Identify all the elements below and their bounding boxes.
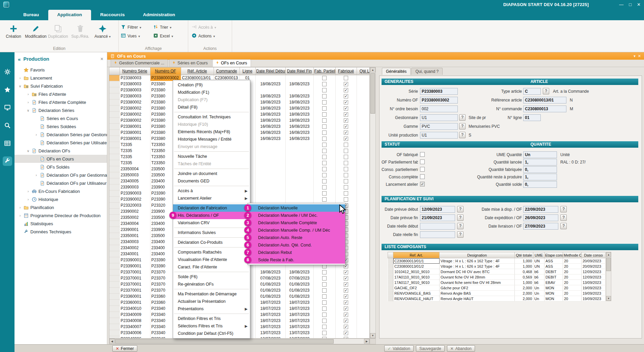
fabrique-checkbox[interactable]: ✓ [344,94,348,98]
row-selector[interactable] [109,172,119,178]
component-row[interactable]: GACHE_OF2Gâche pour OF22,000UnMON2019/09… [388,285,606,291]
fabrique-checkbox[interactable]: ✓ [344,130,348,135]
row-selector[interactable] [109,111,119,117]
help-button[interactable]: ? [457,223,464,229]
help-button[interactable]: ? [560,214,567,221]
tab-ofs-en-cours[interactable]: OFs en Cours [213,59,251,67]
component-row[interactable]: RENVOIANGLE_BASRenvoi Angle BAS2,000UnMO… [388,291,606,296]
component-row[interactable]: C230800013/01/2Vitrage : H x L : 626 x 1… [388,264,606,269]
sidebar-item-declaration-ofs[interactable]: ∨Déclaration OFs [15,147,107,155]
row-selector[interactable] [109,160,119,166]
sidebar-item-favoris[interactable]: Favoris [15,66,107,74]
fab-partielle-checkbox[interactable] [322,167,327,171]
menu-item-modification-f1[interactable]: Modification (F1) [173,89,250,96]
column-header-ref-article[interactable]: Réf. Article [181,67,214,75]
menu-item-declaration-auto-reste[interactable]: 5Déclaration Auto. Reste [248,234,345,241]
column-header-designation[interactable]: Designation [440,252,515,258]
field-n-ligne[interactable]: 01 [523,114,541,121]
row-selector[interactable] [109,275,119,281]
fab-partielle-checkbox[interactable] [322,106,327,111]
menu-item-presentations[interactable]: Présentations▶ [173,305,250,313]
column-header-qte-lan[interactable]: Qté Lan [357,67,370,75]
sidebar-item-historique[interactable]: ›Historique [15,195,107,203]
abandon-button[interactable]: ✕Abandon [447,345,475,352]
menu-item-solde-f6[interactable]: Solde (F6) [173,273,250,281]
scroll-down-icon[interactable]: ▼ [606,296,611,301]
tab-gestion-commerciale[interactable]: Gestion Commerciale ... [111,59,168,67]
menu-item-re-generation-ofs[interactable]: Re-génération OFs [173,281,250,288]
column-header-fab-partielle[interactable]: Fab. Partielle [313,67,335,75]
help-button[interactable]: ? [457,214,464,221]
fabrique-checkbox[interactable]: ✓ [344,331,348,335]
menu-item-declaration-manuelle-complete[interactable]: 3Déclaration Manuelle Complète [248,219,345,227]
sidebar-item-declaration-series-par-utilisateur[interactable]: Déclaration Séries par Utilisateur [15,139,107,147]
fabrique-checkbox[interactable]: ✓ [344,282,348,287]
field-type-article[interactable]: C [523,88,541,95]
fabrique-checkbox[interactable]: ✓ [344,100,348,105]
menu-item-composants-rattaches[interactable]: Composants Rattachés [173,248,250,256]
fabrique-checkbox[interactable] [344,143,348,147]
sidebar-item-declaration-ofs-par-gestionnaire[interactable]: ›Déclaration OFs par Gestionnaire [15,171,107,179]
field-quantite-reste-a-produire[interactable]: 1, [523,174,557,180]
fab-partielle-checkbox[interactable] [322,288,327,293]
fab-partielle-checkbox[interactable] [322,173,327,177]
fab-partielle-checkbox[interactable] [322,161,327,165]
row-selector[interactable] [109,99,119,105]
detail-tab-qui-quand[interactable]: Qui, quand ? [411,68,443,75]
column-header-date-conso[interactable]: Date conso [582,252,606,258]
checkbox-of-partiellement-fab[interactable] [420,159,425,164]
row-selector[interactable] [109,75,119,81]
fab-partielle-checkbox[interactable] [322,313,327,317]
fabrique-checkbox[interactable]: ✓ [344,276,348,281]
scroll-thumb[interactable] [370,73,375,114]
row-selector[interactable] [109,269,119,275]
component-row[interactable]: 1010412_9010_9010Dormant DC HI OV avec B… [388,269,606,274]
field-numero-of[interactable]: P23380003002 [420,97,458,104]
column-header-etape-conso[interactable]: Etape conso. [544,252,563,258]
row-selector[interactable] [109,251,119,257]
menu-item-ma-presentation-de-demarrage[interactable]: Ma Présentation de Démarrage [173,290,250,298]
sidebar-item-lancement[interactable]: ›Lancement [15,74,107,82]
menu-item-declaration-auto-qte-cond[interactable]: 6Déclaration Auto. Qté. Cond. [248,241,345,249]
fab-partielle-checkbox[interactable] [322,294,327,299]
menu-item-caract-file-d-attente[interactable]: Caract. File d'Attente [173,263,250,271]
validation-button[interactable]: ✓Validation [384,345,414,352]
component-row[interactable]: 17A0117_9010_9010Ouvrant fiche semi fixe… [388,280,606,285]
fab-partielle-checkbox[interactable] [322,76,327,80]
menu-item-declaration-manuelle-um-dec[interactable]: 2Déclaration Manuelle / UM Déc. [248,212,345,219]
row-selector[interactable] [109,129,119,136]
help-button[interactable]: ? [459,114,466,121]
vues-button[interactable]: Vues▾ [121,33,153,39]
fab-partielle-checkbox[interactable] [322,137,327,141]
fab-partielle-checkbox[interactable] [322,88,327,92]
menu-tab-bureau[interactable]: Bureau [14,10,48,20]
row-selector[interactable] [109,154,119,160]
menu-item-valorisation-crv[interactable]: Valorisation CRV [173,219,250,227]
fabrique-checkbox[interactable]: ✓ [344,270,348,274]
checkbox-conso-partiellement[interactable] [420,167,425,172]
checkbox-conso-complete[interactable] [420,174,425,179]
close-icon[interactable]: ✕ [637,2,641,7]
component-row[interactable]: 17A0110_9010_9010Ouvrant fiche OV HI 28m… [388,274,606,280]
sidebar-item-files-d-attente-complete[interactable]: ›Files d'Attente Complète [15,98,107,106]
menu-tab-raccourcis[interactable]: Raccourcis [91,10,134,20]
sidebar-item-declaration-series[interactable]: ∨Déclaration Séries [15,106,107,114]
fab-partielle-checkbox[interactable] [322,179,327,183]
fabrique-checkbox[interactable]: ✓ [344,319,348,323]
sidebar-item-files-d-attente[interactable]: ›Files d'Attente [15,90,107,98]
fabrique-checkbox[interactable] [344,167,348,171]
sidebar-item-programme-directeur-de-production[interactable]: ›Programme Directeur de Production [15,211,107,219]
column-header-date-reel-debut[interactable]: Date Réel Début [255,67,285,75]
fabrique-checkbox[interactable] [344,179,348,183]
fabrique-checkbox[interactable] [344,155,348,159]
row-selector[interactable] [109,293,119,299]
fabrique-checkbox[interactable]: ✓ [344,294,348,299]
fab-partielle-checkbox[interactable] [322,306,327,311]
menu-item-informations-suivies[interactable]: Informations Suivies [173,229,250,236]
menu-item-creation-f9[interactable]: Création (F9) [173,81,250,89]
row-selector[interactable] [109,263,119,269]
menu-item-declaration-rebut[interactable]: 7Déclaration Rebut [248,249,345,256]
fermer-button[interactable]: ✕ Fermer [112,345,137,352]
help-button[interactable]: ? [543,88,549,94]
fab-partielle-checkbox[interactable] [322,82,327,86]
